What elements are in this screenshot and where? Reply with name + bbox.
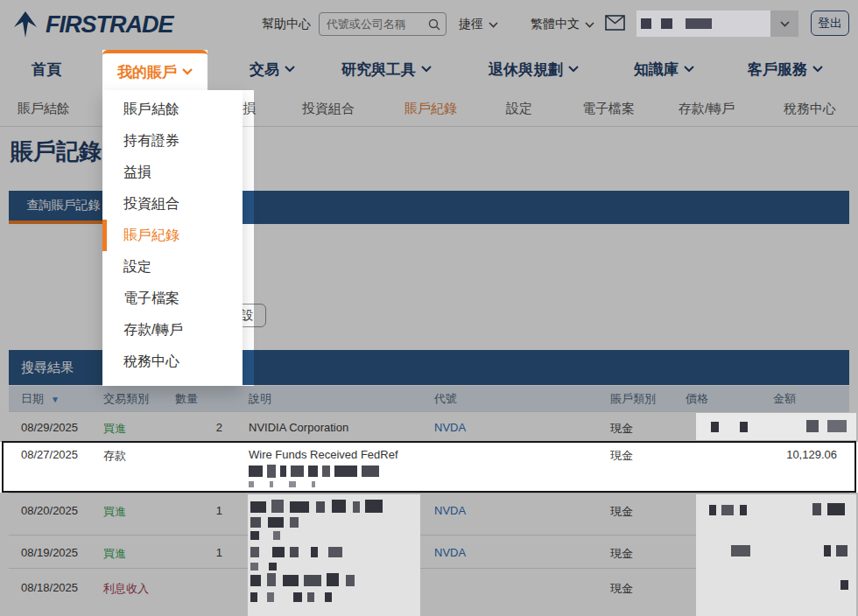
cell-amount: 10,129.06 — [757, 448, 837, 461]
cell-date: 08/27/2025 — [21, 448, 103, 461]
cell-desc: Wire Funds Received FedRef — [224, 448, 418, 487]
table-row-highlighted[interactable]: 08/27/2025 存款 Wire Funds Received FedRef… — [9, 441, 849, 493]
redacted-prices-amounts — [696, 494, 856, 616]
nav-my-account-open[interactable]: 我的賬戶 — [102, 50, 207, 90]
chevron-down-icon — [182, 68, 193, 75]
menu-item-deposit-transfer[interactable]: 存款/轉戶 — [102, 314, 243, 346]
redacted-descriptions — [248, 494, 420, 616]
redacted-reference-line-small — [249, 480, 418, 487]
dim-overlay — [0, 50, 102, 90]
menu-item-gain-loss[interactable]: 益損 — [102, 157, 243, 188]
dim-overlay — [207, 50, 858, 90]
cell-account: 現金 — [594, 448, 670, 464]
cell-type: 存款 — [103, 448, 175, 464]
menu-item-history-active[interactable]: 賬戶紀錄 — [102, 220, 243, 251]
redacted-account-info — [636, 10, 770, 37]
menu-item-portfolio[interactable]: 投資組合 — [102, 188, 243, 220]
menu-item-positions[interactable]: 持有證券 — [102, 125, 243, 157]
redacted-price-amount — [696, 413, 856, 440]
wire-description: Wire Funds Received FedRef — [249, 448, 418, 461]
dim-overlay — [0, 90, 102, 386]
menu-item-settings[interactable]: 設定 — [102, 251, 243, 283]
menu-item-tax-center[interactable]: 稅務中心 — [102, 346, 243, 377]
firstrade-account-records-page: FIRSTRADE 幫助中心 捷徑 繁體中文 登出 — [0, 0, 858, 616]
menu-item-e-documents[interactable]: 電子檔案 — [102, 283, 243, 314]
redacted-reference-line — [249, 464, 418, 479]
dim-overlay — [254, 90, 858, 386]
my-account-dropdown: 賬戶結餘 持有證券 益損 投資組合 賬戶紀錄 設定 電子檔案 存款/轉戶 稅務中… — [102, 90, 243, 386]
menu-item-balances[interactable]: 賬戶結餘 — [102, 94, 243, 125]
